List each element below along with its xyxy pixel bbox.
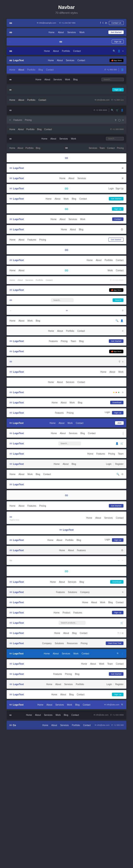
link46-4[interactable]: Blog bbox=[36, 473, 40, 475]
link69-4[interactable]: Work bbox=[56, 714, 61, 716]
link19-4[interactable]: Blog bbox=[72, 197, 76, 200]
link59-1[interactable]: Home bbox=[54, 612, 60, 614]
link66-3[interactable]: Services bbox=[64, 683, 73, 686]
link12-2[interactable]: About bbox=[18, 128, 24, 131]
link21-2[interactable]: About bbox=[60, 218, 65, 220]
link41-1[interactable]: Home bbox=[50, 422, 56, 424]
link14-6[interactable]: Team bbox=[99, 147, 105, 149]
nav-link-portfolio4[interactable]: Portfolio bbox=[62, 50, 70, 52]
link66-1[interactable]: Home bbox=[46, 683, 52, 686]
link45-signup[interactable]: Register bbox=[115, 463, 124, 465]
link44-4[interactable]: Team bbox=[118, 453, 124, 455]
link68-2[interactable]: About bbox=[46, 704, 52, 706]
social-icon-1[interactable]: f bbox=[100, 21, 101, 25]
link70-4[interactable]: Portfolio bbox=[72, 724, 80, 726]
link22-3[interactable]: Blog bbox=[79, 228, 83, 231]
link64-2[interactable]: About bbox=[90, 663, 96, 665]
social68-1[interactable]: 🔍 bbox=[121, 704, 124, 706]
link63-2[interactable]: About bbox=[53, 652, 58, 655]
social-icon-2[interactable]: t bbox=[103, 21, 103, 25]
link14-3[interactable]: Portfolio bbox=[26, 147, 34, 149]
link68-5[interactable]: Blog bbox=[75, 704, 80, 706]
link40-login[interactable]: Login bbox=[105, 411, 110, 414]
link53-2[interactable]: About bbox=[68, 549, 74, 552]
link62-2[interactable]: Solutions bbox=[55, 642, 64, 645]
hamburger-icon-16[interactable]: ≡ bbox=[122, 166, 124, 170]
link40-2[interactable]: Pricing bbox=[67, 412, 74, 414]
link14-7[interactable]: Contact bbox=[107, 147, 115, 149]
link52-2[interactable]: About bbox=[56, 539, 62, 541]
link56-2[interactable]: About bbox=[59, 581, 65, 583]
link25-4[interactable]: Contact bbox=[116, 259, 124, 261]
link42-3[interactable]: Services bbox=[69, 432, 77, 435]
link19-3[interactable]: Work bbox=[63, 197, 69, 200]
link23-4[interactable]: Pricing bbox=[39, 239, 46, 241]
link18-login[interactable]: Login bbox=[108, 187, 114, 190]
link31-2[interactable]: About bbox=[18, 319, 25, 322]
nav-link-contact5[interactable]: Contact bbox=[77, 59, 85, 62]
link31-3[interactable]: Work bbox=[28, 319, 33, 322]
link64-1[interactable]: Home bbox=[81, 663, 87, 665]
search-input-7[interactable] bbox=[101, 78, 124, 81]
nav-link7-4[interactable]: Work bbox=[65, 78, 70, 81]
link41-3[interactable]: Work bbox=[68, 422, 73, 424]
link19-5[interactable]: Contact bbox=[79, 197, 87, 200]
link64-4[interactable]: Team bbox=[107, 663, 113, 665]
link50-1[interactable]: Home bbox=[86, 517, 92, 519]
link12-4[interactable]: Blog bbox=[37, 128, 42, 131]
outline-btn-23[interactable]: Get Started bbox=[108, 238, 124, 242]
link61-2[interactable]: About bbox=[63, 632, 69, 634]
link63-5[interactable]: Contact bbox=[82, 652, 89, 655]
link67-3[interactable]: Blog bbox=[69, 693, 74, 696]
link63-1[interactable]: Home bbox=[44, 652, 50, 655]
cta-btn-65[interactable]: Get Started bbox=[109, 672, 124, 676]
link39-3[interactable]: Work bbox=[70, 401, 75, 404]
link52-1[interactable]: Home bbox=[47, 539, 53, 541]
link23-2[interactable]: About bbox=[18, 239, 25, 241]
link37-4[interactable]: Contact bbox=[77, 381, 85, 383]
link39-2[interactable]: About bbox=[61, 401, 66, 404]
cta-btn-33[interactable]: Get Started bbox=[109, 339, 124, 343]
icon31-2[interactable]: 👤 bbox=[120, 319, 124, 322]
nav-link6-2[interactable]: About bbox=[18, 68, 24, 71]
icon46-2[interactable]: ⚙ bbox=[121, 473, 124, 476]
hamburger-icon-17[interactable]: ≡ bbox=[122, 177, 124, 180]
link52-3[interactable]: Portfolio bbox=[65, 539, 74, 541]
link18-signup[interactable]: Sign Up bbox=[116, 187, 124, 190]
link21-3[interactable]: Services bbox=[69, 218, 77, 220]
search-icon-10[interactable]: 🔍 bbox=[111, 109, 114, 112]
link66-2[interactable]: About bbox=[55, 683, 61, 686]
link53-1[interactable]: Home bbox=[59, 549, 65, 552]
nav-link-home5[interactable]: Home bbox=[48, 59, 54, 62]
link64-5[interactable]: Contact bbox=[116, 663, 124, 665]
link11-3[interactable]: Pricing bbox=[25, 119, 32, 121]
link69-3[interactable]: Services bbox=[44, 714, 52, 716]
link23-3[interactable]: Features bbox=[28, 239, 36, 241]
link42-4[interactable]: Blog bbox=[81, 432, 85, 435]
link25-2[interactable]: About bbox=[96, 259, 101, 261]
cta-btn-49[interactable]: Get Started bbox=[109, 504, 124, 507]
search-input-60[interactable] bbox=[59, 621, 85, 625]
nav-link9-1[interactable]: Home bbox=[9, 99, 15, 101]
link27-2[interactable]: About bbox=[17, 279, 23, 281]
link46-1[interactable]: Home bbox=[9, 473, 15, 475]
link45-login[interactable]: Login bbox=[106, 463, 111, 465]
link21-1[interactable]: Home bbox=[50, 218, 56, 220]
cta-btn-8[interactable]: Sign Up bbox=[112, 88, 124, 91]
cta-btn-56[interactable]: Download bbox=[110, 580, 124, 584]
nav-link-about5[interactable]: About bbox=[57, 59, 63, 62]
icon35-2[interactable]: ≡ bbox=[122, 360, 124, 363]
link26-3[interactable]: Work bbox=[107, 269, 113, 272]
link56-4[interactable]: Blog bbox=[80, 581, 84, 583]
link25-3[interactable]: Portfolio bbox=[105, 259, 113, 261]
hamburger-32[interactable]: ≡ bbox=[122, 329, 124, 333]
nav-link6-1[interactable]: Home bbox=[9, 68, 15, 71]
cta-btn-39[interactable]: Download bbox=[110, 401, 124, 404]
link67-2[interactable]: About bbox=[60, 693, 66, 696]
link33-3[interactable]: Team bbox=[71, 340, 76, 342]
link36-2[interactable]: About bbox=[109, 371, 115, 373]
icon43-cart[interactable]: 🛒 bbox=[120, 442, 124, 445]
link32-3[interactable]: Portfolio bbox=[66, 330, 74, 332]
link62-3[interactable]: Resources bbox=[67, 642, 78, 645]
social-icon-6[interactable]: 📘 bbox=[121, 68, 124, 71]
